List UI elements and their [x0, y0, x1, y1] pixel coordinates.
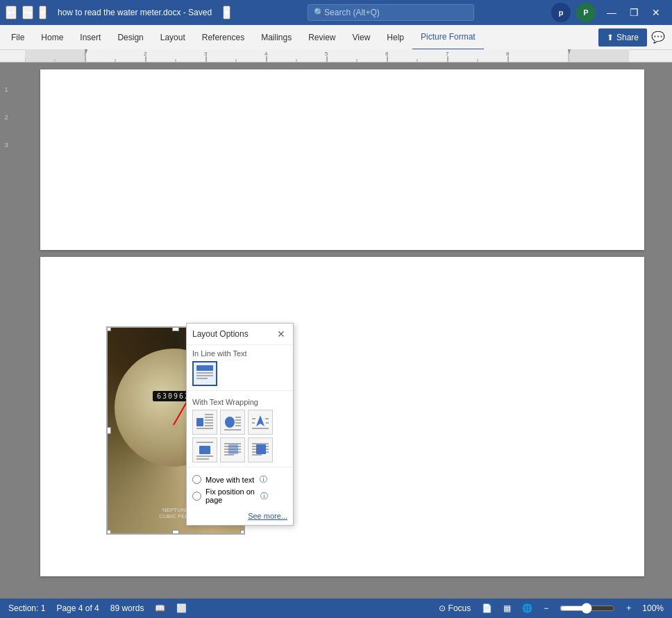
search-input[interactable]	[324, 8, 468, 17]
inline-options-row	[187, 360, 293, 387]
margin-num-1: 1	[4, 86, 8, 93]
square-wrapping-button[interactable]	[192, 410, 217, 435]
svg-text:8: 8	[506, 51, 510, 57]
svg-rect-36	[196, 418, 203, 426]
zoom-level: 100%	[642, 603, 664, 613]
through-wrapping-button[interactable]	[248, 410, 273, 435]
tab-home[interactable]: Home	[33, 25, 72, 50]
read-mode-button[interactable]: 📄	[482, 603, 492, 613]
svg-rect-35	[196, 378, 208, 379]
close-button[interactable]: ✕	[646, 3, 666, 22]
wrapping-options-row-2	[187, 436, 293, 464]
zoom-slider[interactable]	[560, 603, 615, 614]
layout-icon: ▦	[503, 603, 511, 613]
tab-insert[interactable]: Insert	[72, 25, 109, 50]
behind-text-button[interactable]	[220, 437, 245, 462]
customize-button[interactable]: ▾	[39, 6, 47, 19]
margin-num-2: 2	[4, 114, 8, 121]
see-more-link[interactable]: See more...	[248, 512, 287, 520]
user-avatar-P[interactable]: P	[576, 3, 596, 22]
tab-help[interactable]: Help	[378, 25, 412, 50]
svg-rect-51	[252, 418, 255, 419]
document-title: how to read the water meter.docx - Saved	[58, 8, 212, 17]
tab-review[interactable]: Review	[300, 25, 344, 50]
focus-icon: ⊙	[439, 603, 446, 613]
handle-bot-left[interactable]	[106, 530, 111, 535]
svg-rect-70	[256, 444, 266, 454]
layout-separator-1	[187, 390, 293, 391]
svg-rect-59	[224, 443, 241, 444]
undo-button[interactable]: ↩	[6, 6, 17, 19]
move-with-text-option: Move with text ⓘ	[192, 473, 287, 486]
print-layout-icon: ⬜	[176, 603, 187, 613]
handle-top-left[interactable]	[106, 326, 111, 331]
svg-rect-48	[224, 429, 241, 431]
svg-rect-44	[235, 417, 241, 418]
svg-rect-57	[196, 456, 213, 457]
tab-layout[interactable]: Layout	[152, 25, 194, 50]
top-bottom-wrapping-button[interactable]	[192, 437, 217, 462]
fix-position-info-icon[interactable]: ⓘ	[260, 491, 268, 501]
search-box[interactable]: 🔍	[308, 4, 474, 21]
layout-panel-title: Layout Options	[192, 329, 249, 339]
move-with-text-radio[interactable]	[192, 475, 201, 484]
svg-text:7: 7	[446, 51, 449, 57]
handle-mid-left[interactable]	[106, 427, 111, 434]
handle-top-mid[interactable]	[172, 326, 179, 331]
fix-position-radio[interactable]	[192, 492, 201, 501]
handle-bot-mid[interactable]	[172, 530, 179, 535]
handle-bot-right[interactable]	[240, 530, 245, 535]
share-icon: ⬆	[607, 33, 614, 42]
comment-button[interactable]: 💬	[647, 31, 669, 44]
web-layout-button[interactable]: 🌐	[522, 603, 532, 613]
web-icon: 🌐	[522, 603, 532, 613]
focus-button[interactable]: ⊙ Focus	[439, 603, 471, 613]
svg-text:2: 2	[144, 51, 147, 57]
svg-text:5: 5	[325, 51, 328, 57]
svg-rect-65	[252, 443, 269, 444]
in-front-text-button[interactable]	[248, 437, 273, 462]
svg-marker-49	[256, 415, 264, 426]
minimize-button[interactable]: —	[601, 3, 622, 22]
move-with-text-label: Move with text	[205, 476, 254, 484]
tab-references[interactable]: References	[194, 25, 253, 50]
window-controls: — ❐ ✕	[601, 3, 666, 22]
svg-text:4: 4	[264, 51, 268, 57]
inline-with-text-button[interactable]	[192, 361, 217, 386]
redo-button[interactable]: ↪	[22, 6, 33, 19]
margin-num-3: 3	[4, 142, 8, 149]
wrapping-section-title: With Text Wrapping	[187, 394, 293, 408]
title-bar: ↩ ↪ ▾ how to read the water meter.docx -…	[0, 0, 672, 25]
share-button[interactable]: ⬆ Share	[598, 28, 647, 47]
saved-dropdown[interactable]: ▾	[223, 6, 230, 19]
svg-rect-56	[196, 442, 213, 443]
tab-view[interactable]: View	[344, 25, 379, 50]
status-bar: Section: 1 Page 4 of 4 89 words 📖 ⬜ ⊙ Fo…	[0, 599, 672, 618]
tight-wrapping-button[interactable]	[220, 410, 245, 435]
svg-rect-33	[196, 372, 213, 374]
svg-point-43	[225, 417, 235, 428]
zoom-out-button[interactable]: −	[544, 603, 548, 613]
svg-rect-50	[252, 428, 269, 429]
move-with-text-info-icon[interactable]: ⓘ	[260, 474, 267, 485]
proofing-button[interactable]: 📖	[155, 603, 165, 613]
svg-rect-41	[205, 425, 213, 426]
print-layout-button[interactable]: ⬜	[176, 603, 187, 613]
svg-rect-45	[235, 419, 241, 421]
svg-rect-53	[252, 422, 255, 424]
fix-position-label: Fix position on page	[205, 487, 255, 504]
zoom-in-button[interactable]: +	[626, 603, 631, 613]
tab-file[interactable]: File	[3, 25, 33, 50]
svg-rect-40	[205, 422, 213, 424]
section-label: Section: 1	[8, 603, 45, 613]
restore-button[interactable]: ❐	[623, 3, 644, 22]
tab-mailings[interactable]: Mailings	[253, 25, 300, 50]
tab-design[interactable]: Design	[109, 25, 151, 50]
tab-picture-format[interactable]: Picture Format	[412, 25, 484, 50]
user-avatar-p[interactable]: p	[551, 3, 571, 22]
svg-rect-27	[569, 49, 629, 62]
layout-panel-close-button[interactable]: ✕	[275, 328, 287, 340]
ribbon: File Home Insert Design Layout Reference…	[0, 25, 672, 50]
search-icon: 🔍	[314, 8, 324, 17]
print-layout-btn2[interactable]: ▦	[503, 603, 511, 613]
